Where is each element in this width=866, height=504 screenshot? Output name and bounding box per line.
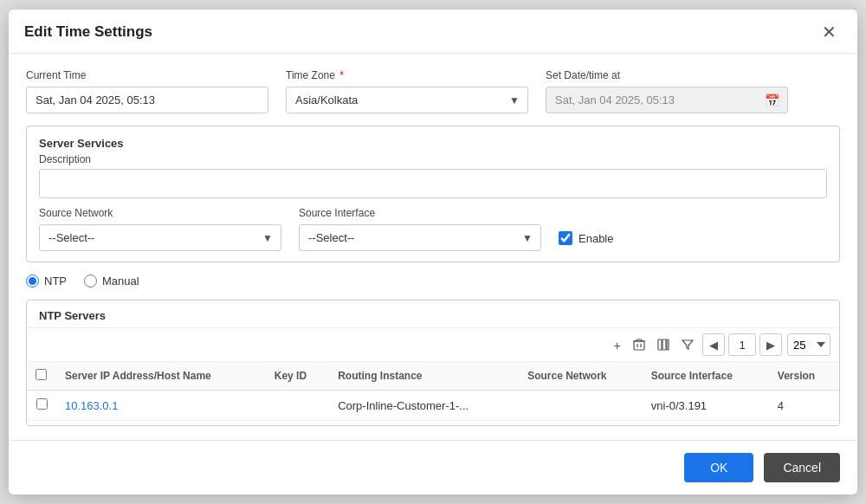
ntp-radio-option[interactable]: NTP xyxy=(26,275,67,288)
svg-rect-5 xyxy=(662,339,666,350)
set-date-group: Set Date/time at 📅 xyxy=(546,69,788,113)
filter-button[interactable] xyxy=(678,337,697,352)
ntp-radio[interactable] xyxy=(26,275,39,288)
th-keyid: Key ID xyxy=(266,362,329,391)
ntp-servers-box: NTP Servers + xyxy=(26,300,840,426)
select-all-checkbox[interactable] xyxy=(36,369,47,380)
server-services-title: Server Services xyxy=(39,137,827,150)
description-input[interactable] xyxy=(39,169,827,198)
source-row: Source Network --Select-- ▼ Source Inter… xyxy=(39,207,827,251)
source-network-label: Source Network xyxy=(39,207,281,219)
time-zone-label: Time Zone * xyxy=(286,69,528,81)
row-ip: 10.163.0.1 xyxy=(56,391,266,421)
source-network-select-wrapper: --Select-- ▼ xyxy=(39,224,281,251)
ntp-servers-title: NTP Servers xyxy=(27,300,839,328)
mode-row: NTP Manual xyxy=(26,275,840,288)
source-network-group: Source Network --Select-- ▼ xyxy=(39,207,281,251)
page-number-input[interactable] xyxy=(728,333,756,356)
enable-field: Enable xyxy=(559,231,613,251)
row-routing-instance: Corp-Inline-Customer-1-... xyxy=(329,391,519,421)
set-date-wrapper: 📅 xyxy=(546,87,788,113)
current-time-input[interactable] xyxy=(26,87,268,113)
required-indicator: * xyxy=(337,69,344,81)
columns-icon xyxy=(657,339,669,351)
cancel-button[interactable]: Cancel xyxy=(764,453,840,482)
set-date-label: Set Date/time at xyxy=(546,69,788,81)
th-source-interface: Source Interface xyxy=(643,362,769,391)
row-version: 4 xyxy=(769,391,839,421)
server-services-box: Server Services Description Source Netwo… xyxy=(26,126,840,262)
source-network-select[interactable]: --Select-- xyxy=(39,224,281,251)
row-checkbox-cell xyxy=(27,391,56,421)
dialog-header: Edit Time Settings ✕ xyxy=(9,10,857,54)
svg-rect-6 xyxy=(667,339,669,350)
edit-time-settings-dialog: Edit Time Settings ✕ Current Time Time Z… xyxy=(9,10,857,494)
per-page-select[interactable]: 10 25 50 100 xyxy=(787,333,830,356)
enable-label: Enable xyxy=(578,232,613,245)
per-page-wrapper: 10 25 50 100 xyxy=(787,333,830,356)
manual-radio[interactable] xyxy=(84,275,97,288)
table-row: 10.163.0.1 Corp-Inline-Customer-1-... vn… xyxy=(27,391,839,421)
row-keyid xyxy=(266,391,329,421)
th-ip: Server IP Address/Host Name xyxy=(56,362,266,391)
ok-button[interactable]: OK xyxy=(684,453,753,482)
set-date-input[interactable] xyxy=(546,87,788,113)
svg-rect-4 xyxy=(658,339,662,350)
close-button[interactable]: ✕ xyxy=(817,22,842,42)
th-routing-instance: Routing Instance xyxy=(329,362,519,391)
dialog-body: Current Time Time Zone * Asia/Kolkata UT… xyxy=(9,54,857,440)
source-interface-label: Source Interface xyxy=(299,207,541,219)
top-row: Current Time Time Zone * Asia/Kolkata UT… xyxy=(26,69,840,113)
dialog-title: Edit Time Settings xyxy=(24,23,152,41)
time-zone-group: Time Zone * Asia/Kolkata UTC America/New… xyxy=(286,69,528,113)
manual-radio-label: Manual xyxy=(102,275,139,288)
row-source-interface: vni-0/3.191 xyxy=(643,391,769,421)
th-select-all xyxy=(27,362,56,391)
prev-page-button[interactable]: ◀ xyxy=(702,333,725,356)
add-button[interactable]: + xyxy=(610,336,624,354)
enable-checkbox[interactable] xyxy=(559,231,572,245)
svg-rect-0 xyxy=(634,341,644,350)
source-interface-group: Source Interface --Select-- ▼ xyxy=(299,207,541,251)
current-time-group: Current Time xyxy=(26,69,268,113)
ntp-toolbar: + xyxy=(27,328,839,362)
dialog-footer: OK Cancel xyxy=(9,440,857,494)
source-interface-select-wrapper: --Select-- ▼ xyxy=(299,224,541,251)
row-source-network xyxy=(519,391,643,421)
ip-link[interactable]: 10.163.0.1 xyxy=(65,399,118,412)
ntp-table: Server IP Address/Host Name Key ID Routi… xyxy=(27,362,839,421)
time-zone-select[interactable]: Asia/Kolkata UTC America/New_York Europe… xyxy=(286,87,528,113)
ntp-radio-label: NTP xyxy=(44,275,67,288)
next-page-button[interactable]: ▶ xyxy=(759,333,782,356)
manual-radio-option[interactable]: Manual xyxy=(84,275,139,288)
filter-icon xyxy=(682,339,694,351)
row-checkbox[interactable] xyxy=(36,398,48,410)
th-source-network: Source Network xyxy=(519,362,643,391)
current-time-label: Current Time xyxy=(26,69,268,81)
delete-button[interactable] xyxy=(630,337,649,352)
delete-icon xyxy=(633,339,645,351)
pagination: ◀ ▶ xyxy=(702,333,782,356)
columns-button[interactable] xyxy=(654,337,673,352)
th-version: Version xyxy=(769,362,839,391)
time-zone-select-wrapper: Asia/Kolkata UTC America/New_York Europe… xyxy=(286,87,528,113)
table-header-row: Server IP Address/Host Name Key ID Routi… xyxy=(27,362,839,391)
source-interface-select[interactable]: --Select-- xyxy=(299,224,541,251)
description-label: Description xyxy=(39,153,827,165)
